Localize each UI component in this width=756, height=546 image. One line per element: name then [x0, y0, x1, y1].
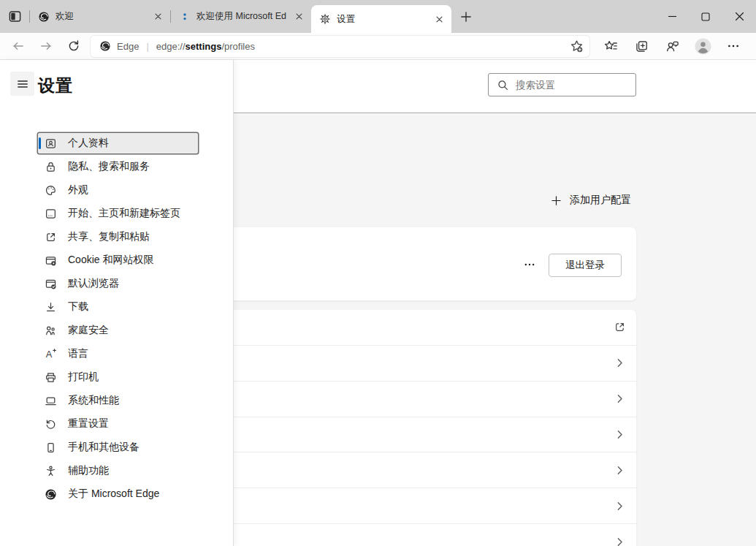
settings-row[interactable]: [219, 488, 636, 523]
refresh-button[interactable]: [60, 35, 88, 57]
collections-button[interactable]: [626, 35, 657, 57]
phone-icon: [45, 441, 57, 454]
share-icon: [45, 231, 57, 243]
palette-icon: [45, 184, 57, 197]
sidebar-item-edge-logo[interactable]: 关于 Microsoft Edge: [38, 484, 198, 504]
tab-actions-button[interactable]: [0, 0, 29, 33]
edge-logo-icon: [38, 11, 50, 23]
sidebar-item-label: 个人资料: [68, 137, 109, 150]
sidebar-item-label: 家庭安全: [68, 324, 109, 337]
more-dots-icon: [523, 258, 536, 271]
chevron-right-icon: [614, 500, 626, 512]
sidebar-item-printer[interactable]: 打印机: [38, 367, 198, 387]
tab-layout-icon: [8, 10, 22, 23]
printer-icon: [45, 371, 57, 384]
menu-button[interactable]: [10, 72, 34, 96]
settings-row[interactable]: [219, 452, 636, 488]
tab-title: 设置: [337, 13, 427, 26]
accessibility-icon: [45, 465, 57, 477]
search-icon: [497, 79, 509, 91]
sidebar-item-language[interactable]: A语言: [38, 344, 198, 364]
favorites-button[interactable]: [595, 35, 626, 57]
url-text: edge://settings/profiles: [156, 41, 255, 52]
profile-more-button[interactable]: [518, 255, 541, 274]
add-profile-button[interactable]: 添加用户配置: [551, 194, 631, 207]
settings-row[interactable]: [219, 417, 636, 452]
url-host: settings: [186, 41, 222, 52]
sidebar-item-lock[interactable]: 隐私、搜索和服务: [38, 156, 198, 177]
download-icon: [45, 301, 57, 314]
search-input[interactable]: [516, 80, 630, 91]
hamburger-icon: [16, 77, 29, 91]
cookie-permissions-icon: [45, 254, 57, 267]
profile-card-icon: [45, 137, 57, 150]
tab-2[interactable]: 欢迎使用 Microsoft Edg: [171, 0, 311, 33]
forward-button[interactable]: [32, 35, 60, 57]
sidebar-item-reset[interactable]: 重置设置: [38, 414, 198, 434]
default-browser-icon: [45, 278, 57, 290]
profile-avatar-button[interactable]: [687, 35, 718, 57]
tab-3[interactable]: 设置: [311, 5, 451, 33]
refresh-icon: [67, 39, 80, 53]
maximize-button[interactable]: [689, 0, 722, 33]
tab-close-icon[interactable]: [151, 10, 164, 23]
settings-row[interactable]: [219, 381, 636, 417]
chevron-right-icon: [614, 357, 626, 369]
star-add-icon: [570, 39, 584, 53]
sidebar-item-label: 下载: [68, 300, 88, 314]
sidebar-item-label: 关于 Microsoft Edge: [68, 488, 159, 501]
back-arrow-icon: [12, 39, 25, 53]
sign-out-button[interactable]: 退出登录: [549, 254, 622, 277]
feedback-button[interactable]: [657, 35, 687, 57]
close-window-button[interactable]: [722, 0, 756, 33]
reset-icon: [45, 418, 57, 431]
sidebar-item-phone[interactable]: 手机和其他设备: [38, 437, 198, 458]
back-button[interactable]: [4, 35, 32, 57]
settings-row[interactable]: [219, 345, 636, 381]
sidebar-item-start-pages[interactable]: 开始、主页和新建标签页: [38, 203, 198, 224]
chevron-right-icon: [614, 536, 626, 546]
settings-more-button[interactable]: [718, 35, 749, 57]
sidebar-item-label: 开始、主页和新建标签页: [68, 207, 180, 220]
sidebar-item-palette[interactable]: 外观: [38, 180, 198, 200]
gear-icon: [319, 13, 331, 25]
sidebar-item-cookie-permissions[interactable]: Cookie 和网站权限: [38, 250, 198, 270]
address-separator: |: [146, 41, 148, 52]
sidebar-item-label: 系统和性能: [68, 394, 119, 407]
address-bar[interactable]: Edge | edge://settings/profiles: [91, 36, 589, 57]
minimize-button[interactable]: [655, 0, 689, 33]
sidebar-item-label: Cookie 和网站权限: [68, 254, 153, 267]
sidebar-item-download[interactable]: 下载: [38, 297, 198, 317]
settings-search-box[interactable]: [488, 73, 636, 96]
site-name-label: Edge: [117, 41, 139, 52]
add-profile-label: 添加用户配置: [570, 194, 631, 207]
sidebar-item-share[interactable]: 共享、复制和粘贴: [38, 227, 198, 247]
sidebar-item-default-browser[interactable]: 默认浏览器: [38, 273, 198, 294]
tab-close-icon[interactable]: [292, 10, 305, 23]
settings-row[interactable]: [219, 310, 636, 345]
settings-row[interactable]: [219, 523, 636, 546]
sidebar-item-profile-card[interactable]: 个人资料: [38, 133, 198, 153]
sidebar-item-system[interactable]: 系统和性能: [38, 390, 198, 411]
sidebar-item-accessibility[interactable]: 辅助功能: [38, 460, 198, 481]
sidebar-item-label: 重置设置: [68, 417, 109, 431]
open-external-icon: [614, 321, 626, 333]
chevron-right-icon: [614, 428, 626, 441]
chevron-right-icon: [614, 464, 626, 477]
new-tab-button[interactable]: [451, 0, 481, 33]
sign-out-label: 退出登录: [565, 259, 605, 272]
svg-text:A: A: [46, 349, 53, 360]
profile-card: 退出登录: [219, 227, 636, 300]
edge-site-icon: [99, 40, 111, 52]
sidebar-item-family[interactable]: 家庭安全: [38, 320, 198, 341]
url-path: /profiles: [221, 41, 255, 52]
close-icon: [735, 12, 744, 21]
tab-close-icon[interactable]: [432, 12, 446, 26]
sidebar-item-label: 手机和其他设备: [68, 441, 140, 454]
settings-sidebar: 设置 个人资料隐私、搜索和服务外观开始、主页和新建标签页共享、复制和粘贴Cook…: [0, 60, 234, 546]
plus-icon: [459, 10, 473, 23]
edge-logo-icon: [45, 488, 57, 501]
tab-1[interactable]: 欢迎: [30, 0, 170, 33]
add-favorite-button[interactable]: [565, 37, 587, 56]
tab-strip: 欢迎欢迎使用 Microsoft Edg设置: [29, 0, 451, 33]
